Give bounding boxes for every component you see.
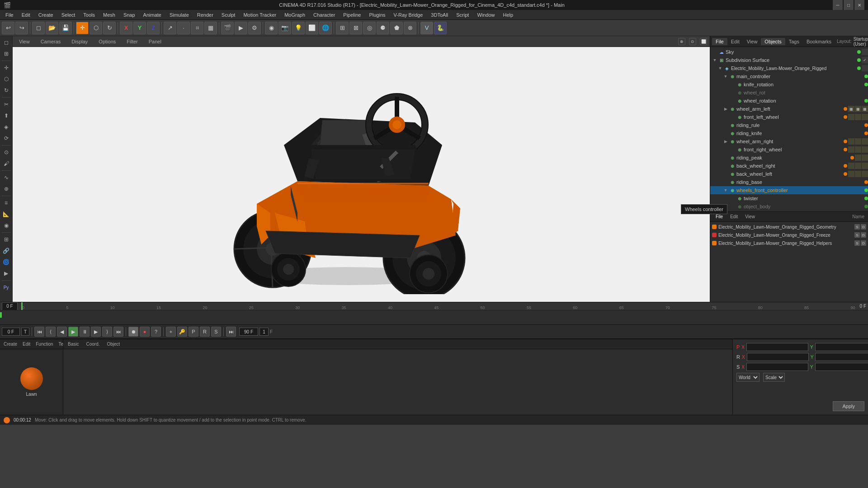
menu-edit[interactable]: Edit bbox=[18, 11, 34, 19]
vp-tab-options[interactable]: Options bbox=[95, 38, 119, 45]
go-end-button[interactable]: ⏭ bbox=[113, 327, 123, 337]
bwl-cb1[interactable] bbox=[848, 171, 854, 177]
prop-tab-basic[interactable]: Basic bbox=[65, 341, 81, 347]
war-cb3[interactable] bbox=[862, 138, 868, 145]
menu-script[interactable]: Script bbox=[453, 11, 472, 19]
lt-texture-btn[interactable]: ⊞ bbox=[1, 48, 12, 59]
floor-button[interactable]: ⬜ bbox=[306, 22, 318, 34]
menu-simulate[interactable]: Simulate bbox=[166, 11, 193, 19]
tool-5[interactable]: ⬟ bbox=[390, 22, 403, 34]
redo-button[interactable]: ↪ bbox=[15, 22, 28, 34]
material-ball[interactable] bbox=[20, 367, 43, 390]
bwl-cb2[interactable] bbox=[855, 171, 861, 177]
vray-btn[interactable]: V bbox=[420, 22, 433, 34]
menu-sculpt[interactable]: Sculpt bbox=[218, 11, 239, 19]
menu-mograph[interactable]: MoGraph bbox=[281, 11, 309, 19]
scale-tool[interactable]: ⬡ bbox=[90, 22, 102, 34]
menu-pipeline[interactable]: Pipeline bbox=[340, 11, 364, 19]
rl-tab-file[interactable]: File bbox=[712, 213, 726, 220]
frw-cb1[interactable] bbox=[848, 146, 854, 153]
y-axis[interactable]: Y bbox=[133, 22, 146, 34]
bwr-cb1[interactable] bbox=[848, 163, 854, 169]
flw-cb3[interactable] bbox=[862, 114, 868, 120]
fps-value-input[interactable] bbox=[259, 328, 269, 336]
rl-tab-edit[interactable]: Edit bbox=[726, 213, 741, 220]
geo-icon-2[interactable]: D bbox=[861, 224, 866, 230]
tree-item-wheel-rot[interactable]: ⊕ wheel_rot bbox=[710, 89, 868, 97]
tree-item-wheel-arm-l[interactable]: ▶ ⊕ wheel_arm_left ▦ ▦ ▦ bbox=[710, 105, 868, 113]
tree-item-frw[interactable]: ⊕ front_right_wheel bbox=[710, 145, 868, 154]
rp-cb1[interactable] bbox=[855, 155, 861, 161]
tree-item-wfc[interactable]: ▼ ⊕ wheels_front_controller bbox=[710, 186, 868, 194]
tree-item-main-obj[interactable]: ▼ ◈ Electric_Mobility_Lawn-Mower_Orange_… bbox=[710, 64, 868, 72]
rp-tab-file[interactable]: File bbox=[712, 38, 727, 45]
vp-icon-2[interactable]: ⊙ bbox=[689, 38, 696, 45]
menu-3dtoall[interactable]: 3DToAll bbox=[427, 11, 452, 19]
lt-measure[interactable]: 📐 bbox=[1, 209, 12, 220]
tree-item-riding-rule[interactable]: ⊕ riding_rule bbox=[710, 121, 868, 129]
tool-2[interactable]: ⊠ bbox=[349, 22, 362, 34]
pos-x-input[interactable]: 0 cm bbox=[746, 343, 808, 351]
lt-mode-btn[interactable]: ◻ bbox=[1, 37, 12, 48]
scale-x-input[interactable]: 1 bbox=[746, 363, 808, 371]
vp-tab-panel[interactable]: Panel bbox=[145, 38, 165, 45]
vp-icon-3[interactable]: ⬜ bbox=[700, 38, 707, 45]
rp-tab-tags[interactable]: Tags bbox=[785, 38, 803, 45]
save-button[interactable]: 💾 bbox=[59, 22, 72, 34]
lt-deform[interactable]: 🌀 bbox=[1, 257, 12, 267]
minimize-button[interactable]: ─ bbox=[833, 0, 843, 10]
tree-item-twister[interactable]: ⊕ twister bbox=[710, 194, 868, 202]
wal-cb3[interactable]: ▦ bbox=[862, 106, 868, 112]
menu-render[interactable]: Render bbox=[193, 11, 217, 19]
tool-4[interactable]: ⚈ bbox=[377, 22, 389, 34]
vp-tab-view[interactable]: View bbox=[15, 38, 33, 45]
frw-cb3[interactable] bbox=[862, 146, 868, 153]
rp-tab-view[interactable]: View bbox=[743, 38, 761, 45]
stop-button[interactable]: ⏸ bbox=[80, 327, 90, 337]
camera-button[interactable]: 📷 bbox=[278, 22, 291, 34]
material-editor[interactable]: ◉ bbox=[265, 22, 278, 34]
rp-tab-objects[interactable]: Objects bbox=[761, 38, 785, 45]
vp-tab-filter[interactable]: Filter bbox=[123, 38, 141, 45]
tree-item-subdiv[interactable]: ▼ ⊞ Subdivision Surface ✓ bbox=[710, 56, 868, 64]
select-points[interactable]: · bbox=[177, 22, 190, 34]
scale-y-input[interactable]: 1 bbox=[815, 363, 868, 371]
rot-y-input[interactable]: 0° bbox=[815, 353, 868, 361]
flw-cb1[interactable] bbox=[848, 114, 854, 120]
maximize-button[interactable]: □ bbox=[844, 0, 854, 10]
lt-magnet[interactable]: ⊙ bbox=[1, 147, 12, 158]
lt-rotate[interactable]: ↻ bbox=[1, 85, 12, 96]
helpers-icon-1[interactable]: S bbox=[854, 240, 860, 246]
lt-loop[interactable]: ⟳ bbox=[1, 133, 12, 144]
lt-bevel[interactable]: ◈ bbox=[1, 122, 12, 132]
rp-tab-bookmarks[interactable]: Bookmarks bbox=[803, 38, 835, 45]
new-button[interactable]: ◻ bbox=[32, 22, 45, 34]
lt-scale[interactable]: ⬡ bbox=[1, 74, 12, 84]
lt-align[interactable]: ≡ bbox=[1, 197, 12, 208]
war-cb2[interactable] bbox=[855, 138, 861, 145]
python-btn[interactable]: 🐍 bbox=[434, 22, 447, 34]
tree-item-bwl[interactable]: ⊕ back_wheel_left bbox=[710, 170, 868, 178]
frame-start-input[interactable] bbox=[2, 302, 18, 310]
bwr-cb3[interactable] bbox=[862, 163, 868, 169]
vp-tab-cameras[interactable]: Cameras bbox=[37, 38, 65, 45]
next-key-button[interactable]: ▶ bbox=[91, 327, 101, 337]
name-item-helpers[interactable]: Electric_Mobility_Lawn-Mower_Orange_Rigg… bbox=[710, 239, 868, 247]
vp-icon-1[interactable]: ⊕ bbox=[678, 38, 685, 45]
light-button[interactable]: 💡 bbox=[292, 22, 305, 34]
menu-animate[interactable]: Animate bbox=[140, 11, 165, 19]
key-pos-button[interactable]: P bbox=[189, 327, 198, 337]
lt-animate[interactable]: ▶ bbox=[1, 268, 12, 279]
timeline-tracks[interactable] bbox=[0, 310, 868, 324]
tl-end-frame[interactable]: ⏭ bbox=[226, 327, 236, 337]
pos-y-input[interactable]: 0 cm bbox=[815, 343, 868, 351]
flw-cb2[interactable] bbox=[855, 114, 861, 120]
freeze-icon-1[interactable]: S bbox=[854, 232, 860, 238]
menu-file[interactable]: File bbox=[2, 11, 17, 19]
tree-item-riding-base[interactable]: ⊕ riding_base bbox=[710, 178, 868, 186]
x-axis[interactable]: X bbox=[120, 22, 132, 34]
name-item-freeze[interactable]: Electric_Mobility_Lawn-Mower_Orange_Rigg… bbox=[710, 231, 868, 239]
prev-key-button[interactable]: ◀ bbox=[57, 327, 67, 337]
menu-character[interactable]: Character bbox=[310, 11, 339, 19]
rl-tab-view[interactable]: View bbox=[741, 213, 759, 220]
